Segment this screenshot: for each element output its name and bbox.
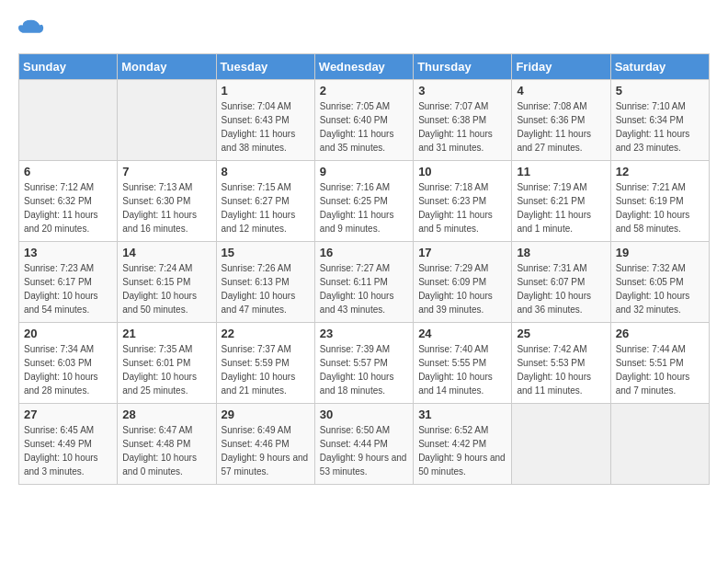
day-info: Sunrise: 7:18 AMSunset: 6:23 PMDaylight:… — [418, 180, 506, 236]
day-number: 1 — [222, 84, 310, 98]
day-number: 9 — [320, 165, 408, 178]
day-number: 24 — [418, 327, 506, 340]
day-info: Sunrise: 7:34 AMSunset: 6:03 PMDaylight:… — [24, 342, 112, 397]
day-number: 6 — [24, 165, 112, 178]
day-info: Sunrise: 7:26 AMSunset: 6:13 PMDaylight:… — [222, 261, 310, 316]
calendar-cell: 16 Sunrise: 7:27 AMSunset: 6:11 PMDaylig… — [314, 242, 413, 323]
calendar-cell — [610, 404, 709, 485]
day-number: 19 — [616, 246, 704, 259]
day-info: Sunrise: 7:16 AMSunset: 6:25 PMDaylight:… — [320, 180, 408, 236]
day-number: 18 — [517, 246, 605, 259]
calendar-cell: 10 Sunrise: 7:18 AMSunset: 6:23 PMDaylig… — [414, 161, 512, 242]
day-number: 30 — [320, 408, 408, 421]
day-info: Sunrise: 6:50 AMSunset: 4:44 PMDaylight:… — [320, 423, 408, 478]
day-info: Sunrise: 7:31 AMSunset: 6:07 PMDaylight:… — [517, 261, 605, 316]
calendar-cell — [19, 80, 118, 161]
calendar-cell: 28 Sunrise: 6:47 AMSunset: 4:48 PMDaylig… — [118, 404, 216, 485]
logo — [18, 18, 48, 44]
day-info: Sunrise: 7:24 AMSunset: 6:15 PMDaylight:… — [122, 261, 210, 316]
calendar-cell: 22 Sunrise: 7:37 AMSunset: 5:59 PMDaylig… — [216, 323, 314, 404]
calendar-cell: 1 Sunrise: 7:04 AMSunset: 6:43 PMDayligh… — [216, 80, 314, 161]
day-number: 10 — [418, 165, 506, 178]
day-info: Sunrise: 7:35 AMSunset: 6:01 PMDaylight:… — [122, 342, 210, 397]
day-info: Sunrise: 7:44 AMSunset: 5:51 PMDaylight:… — [616, 342, 704, 397]
calendar-cell: 2 Sunrise: 7:05 AMSunset: 6:40 PMDayligh… — [314, 80, 413, 161]
day-info: Sunrise: 7:42 AMSunset: 5:53 PMDaylight:… — [517, 342, 605, 397]
calendar-cell: 23 Sunrise: 7:39 AMSunset: 5:57 PMDaylig… — [314, 323, 413, 404]
day-number: 17 — [418, 246, 506, 259]
day-info: Sunrise: 7:23 AMSunset: 6:17 PMDaylight:… — [24, 261, 112, 316]
day-number: 13 — [24, 246, 112, 259]
day-header-saturday: Saturday — [610, 54, 709, 80]
calendar-cell: 19 Sunrise: 7:32 AMSunset: 6:05 PMDaylig… — [610, 242, 709, 323]
calendar-cell: 12 Sunrise: 7:21 AMSunset: 6:19 PMDaylig… — [610, 161, 709, 242]
day-info: Sunrise: 7:05 AMSunset: 6:40 PMDaylight:… — [320, 99, 408, 155]
day-header-wednesday: Wednesday — [314, 54, 413, 80]
day-number: 23 — [320, 327, 408, 340]
week-row-5: 27 Sunrise: 6:45 AMSunset: 4:49 PMDaylig… — [19, 404, 710, 485]
day-info: Sunrise: 7:19 AMSunset: 6:21 PMDaylight:… — [517, 180, 605, 236]
day-number: 8 — [222, 165, 310, 178]
day-info: Sunrise: 7:07 AMSunset: 6:38 PMDaylight:… — [418, 99, 506, 155]
calendar-cell: 26 Sunrise: 7:44 AMSunset: 5:51 PMDaylig… — [610, 323, 709, 404]
page-header — [18, 18, 710, 44]
calendar-cell: 8 Sunrise: 7:15 AMSunset: 6:27 PMDayligh… — [216, 161, 314, 242]
day-number: 3 — [418, 84, 506, 98]
day-info: Sunrise: 7:08 AMSunset: 6:36 PMDaylight:… — [517, 99, 605, 155]
calendar-cell: 13 Sunrise: 7:23 AMSunset: 6:17 PMDaylig… — [19, 242, 118, 323]
day-number: 14 — [122, 246, 210, 259]
calendar-cell: 5 Sunrise: 7:10 AMSunset: 6:34 PMDayligh… — [610, 80, 709, 161]
calendar-cell: 21 Sunrise: 7:35 AMSunset: 6:01 PMDaylig… — [118, 323, 216, 404]
calendar-cell: 14 Sunrise: 7:24 AMSunset: 6:15 PMDaylig… — [118, 242, 216, 323]
week-row-3: 13 Sunrise: 7:23 AMSunset: 6:17 PMDaylig… — [19, 242, 710, 323]
day-header-thursday: Thursday — [414, 54, 512, 80]
calendar-cell — [118, 80, 216, 161]
day-info: Sunrise: 6:49 AMSunset: 4:46 PMDaylight:… — [222, 423, 310, 478]
day-number: 4 — [517, 84, 605, 98]
calendar-cell: 20 Sunrise: 7:34 AMSunset: 6:03 PMDaylig… — [19, 323, 118, 404]
day-number: 28 — [122, 408, 210, 421]
day-number: 27 — [24, 408, 112, 421]
day-number: 22 — [222, 327, 310, 340]
day-info: Sunrise: 7:27 AMSunset: 6:11 PMDaylight:… — [320, 261, 408, 316]
logo-icon — [18, 18, 44, 44]
day-info: Sunrise: 7:39 AMSunset: 5:57 PMDaylight:… — [320, 342, 408, 397]
calendar-cell: 18 Sunrise: 7:31 AMSunset: 6:07 PMDaylig… — [512, 242, 610, 323]
day-number: 20 — [24, 327, 112, 340]
day-info: Sunrise: 7:40 AMSunset: 5:55 PMDaylight:… — [418, 342, 506, 397]
week-row-1: 1 Sunrise: 7:04 AMSunset: 6:43 PMDayligh… — [19, 80, 710, 161]
calendar-cell: 29 Sunrise: 6:49 AMSunset: 4:46 PMDaylig… — [216, 404, 314, 485]
day-info: Sunrise: 7:37 AMSunset: 5:59 PMDaylight:… — [222, 342, 310, 397]
day-info: Sunrise: 7:04 AMSunset: 6:43 PMDaylight:… — [222, 99, 310, 155]
calendar-cell: 4 Sunrise: 7:08 AMSunset: 6:36 PMDayligh… — [512, 80, 610, 161]
day-info: Sunrise: 6:45 AMSunset: 4:49 PMDaylight:… — [24, 423, 112, 478]
calendar-cell: 7 Sunrise: 7:13 AMSunset: 6:30 PMDayligh… — [118, 161, 216, 242]
day-number: 5 — [616, 84, 704, 98]
calendar-cell: 11 Sunrise: 7:19 AMSunset: 6:21 PMDaylig… — [512, 161, 610, 242]
day-number: 21 — [122, 327, 210, 340]
day-info: Sunrise: 7:12 AMSunset: 6:32 PMDaylight:… — [24, 180, 112, 236]
calendar-cell: 9 Sunrise: 7:16 AMSunset: 6:25 PMDayligh… — [314, 161, 413, 242]
day-number: 31 — [418, 408, 506, 421]
calendar-cell: 27 Sunrise: 6:45 AMSunset: 4:49 PMDaylig… — [19, 404, 118, 485]
calendar-header-row: SundayMondayTuesdayWednesdayThursdayFrid… — [19, 54, 710, 80]
day-info: Sunrise: 7:29 AMSunset: 6:09 PMDaylight:… — [418, 261, 506, 316]
day-header-friday: Friday — [512, 54, 610, 80]
calendar-cell: 25 Sunrise: 7:42 AMSunset: 5:53 PMDaylig… — [512, 323, 610, 404]
day-info: Sunrise: 7:21 AMSunset: 6:19 PMDaylight:… — [616, 180, 704, 236]
day-number: 16 — [320, 246, 408, 259]
day-header-monday: Monday — [118, 54, 216, 80]
day-info: Sunrise: 7:10 AMSunset: 6:34 PMDaylight:… — [616, 99, 704, 155]
day-info: Sunrise: 7:15 AMSunset: 6:27 PMDaylight:… — [222, 180, 310, 236]
week-row-4: 20 Sunrise: 7:34 AMSunset: 6:03 PMDaylig… — [19, 323, 710, 404]
day-number: 11 — [517, 165, 605, 178]
week-row-2: 6 Sunrise: 7:12 AMSunset: 6:32 PMDayligh… — [19, 161, 710, 242]
calendar-table: SundayMondayTuesdayWednesdayThursdayFrid… — [18, 53, 710, 485]
calendar-cell: 24 Sunrise: 7:40 AMSunset: 5:55 PMDaylig… — [414, 323, 512, 404]
calendar-cell: 3 Sunrise: 7:07 AMSunset: 6:38 PMDayligh… — [414, 80, 512, 161]
day-number: 12 — [616, 165, 704, 178]
day-number: 2 — [320, 84, 408, 98]
day-number: 26 — [616, 327, 704, 340]
calendar-cell: 31 Sunrise: 6:52 AMSunset: 4:42 PMDaylig… — [414, 404, 512, 485]
day-info: Sunrise: 6:47 AMSunset: 4:48 PMDaylight:… — [122, 423, 210, 478]
